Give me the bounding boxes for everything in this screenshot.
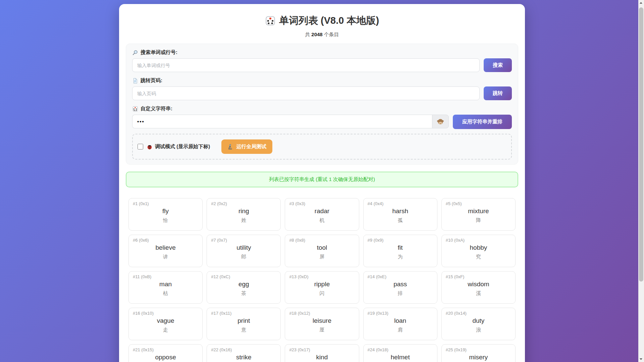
entry-count-prefix: 共 bbox=[305, 32, 311, 37]
apply-string-button[interactable]: 应用字符串并重排 bbox=[453, 115, 512, 129]
word-card-index: #22 (0x16) bbox=[211, 347, 276, 352]
debug-mode-label-text: 调试模式 (显示原始下标) bbox=[155, 143, 210, 150]
scrollbar-up-arrow-icon[interactable] bbox=[638, 0, 644, 5]
entry-count-suffix: 个条目 bbox=[323, 32, 339, 37]
word-card-english: misery bbox=[446, 354, 511, 361]
word-card: #6 (0x6) believe 讲 bbox=[128, 235, 203, 267]
status-message: 列表已按字符串生成 (重试 1 次确保无原始配对) bbox=[269, 176, 375, 182]
page-jump-label-text: 跳转页码: bbox=[141, 77, 162, 84]
word-card-chinese: 姓 bbox=[211, 217, 276, 224]
scrollbar-thumb[interactable] bbox=[639, 7, 643, 282]
page-icon bbox=[132, 78, 138, 84]
word-card: #21 (0x15) oppose bbox=[128, 344, 203, 362]
run-global-test-button[interactable]: 运行全局测试 bbox=[221, 139, 272, 154]
word-card-english: leisure bbox=[289, 317, 355, 324]
run-global-test-label: 运行全局测试 bbox=[236, 143, 266, 150]
word-card-index: #16 (0x10) bbox=[133, 311, 198, 316]
scrollbar-down-arrow-icon[interactable] bbox=[638, 357, 644, 362]
word-card-chinese: 降 bbox=[446, 217, 511, 224]
search-input[interactable] bbox=[132, 58, 480, 72]
word-card-english: helmet bbox=[368, 354, 433, 361]
word-card: #7 (0x7) utility 郎 bbox=[207, 235, 281, 267]
see-no-evil-monkey-icon bbox=[437, 118, 444, 125]
word-card: #20 (0x14) duty 浪 bbox=[441, 308, 516, 340]
word-card-index: #18 (0x12) bbox=[289, 311, 355, 316]
word-card: #14 (0xE) pass 排 bbox=[363, 271, 437, 304]
word-card-chinese: 走 bbox=[133, 327, 198, 333]
word-card-index: #4 (0x4) bbox=[368, 201, 433, 206]
word-card: #16 (0x10) vague 走 bbox=[128, 308, 203, 340]
word-card-index: #8 (0x8) bbox=[289, 238, 355, 243]
word-card-english: tool bbox=[289, 244, 355, 251]
word-card-index: #13 (0xD) bbox=[289, 274, 355, 279]
main-card: 单词列表 (V8.0 本地版) 共 2048 个条目 搜索单词或行号: 搜索 bbox=[119, 4, 525, 362]
word-card-english: wisdom bbox=[446, 281, 511, 288]
word-card-index: #20 (0x14) bbox=[446, 311, 511, 316]
scrollbar[interactable] bbox=[638, 0, 644, 362]
word-card-index: #25 (0x19) bbox=[446, 347, 511, 352]
word-card: #5 (0x5) mixture 降 bbox=[441, 198, 516, 231]
word-card-english: ripple bbox=[289, 281, 355, 288]
dice-icon bbox=[132, 106, 138, 112]
custom-string-input[interactable] bbox=[132, 115, 432, 128]
word-card-chinese: 讲 bbox=[133, 254, 198, 260]
page-number-input[interactable] bbox=[132, 86, 480, 100]
word-card-chinese: 机 bbox=[289, 217, 355, 224]
entry-count-number: 2048 bbox=[311, 32, 322, 37]
controls-panel: 搜索单词或行号: 搜索 跳转页码: 跳转 bbox=[126, 44, 518, 165]
word-card-english: pass bbox=[368, 281, 433, 288]
word-card: #18 (0x12) leisure 厘 bbox=[285, 308, 359, 340]
word-card-index: #14 (0xE) bbox=[368, 274, 433, 279]
page-title-text: 单词列表 (V8.0 本地版) bbox=[279, 14, 379, 27]
custom-string-group bbox=[132, 115, 449, 129]
page-title: 单词列表 (V8.0 本地版) bbox=[126, 14, 518, 27]
word-card-english: strike bbox=[211, 354, 276, 361]
search-icon bbox=[132, 50, 138, 56]
game-die-icon bbox=[265, 15, 276, 26]
word-card-chinese: 溪 bbox=[446, 290, 511, 297]
word-card-chinese: 郎 bbox=[211, 254, 276, 260]
custom-string-label: 自定义字符串: bbox=[132, 106, 512, 112]
word-card: #13 (0xD) ripple 闪 bbox=[285, 271, 359, 304]
word-card-english: man bbox=[133, 281, 198, 288]
microscope-icon bbox=[227, 144, 233, 150]
search-label: 搜索单词或行号: bbox=[132, 49, 512, 56]
word-card-chinese: 究 bbox=[446, 254, 511, 260]
search-button[interactable]: 搜索 bbox=[484, 58, 512, 72]
word-card-english: believe bbox=[133, 244, 198, 251]
word-card-chinese: 肩 bbox=[368, 327, 433, 333]
page-header: 单词列表 (V8.0 本地版) 共 2048 个条目 bbox=[126, 14, 518, 38]
word-card-english: hobby bbox=[446, 244, 511, 251]
word-card: #19 (0x13) loan 肩 bbox=[363, 308, 437, 340]
word-card: #25 (0x19) misery bbox=[441, 344, 516, 362]
word-card-chinese: 孤 bbox=[368, 217, 433, 224]
word-card-chinese: 屏 bbox=[289, 254, 355, 260]
ladybug-icon bbox=[147, 144, 153, 150]
word-card-chinese: 恰 bbox=[133, 217, 198, 224]
word-card-index: #1 (0x1) bbox=[133, 201, 198, 206]
word-card-english: egg bbox=[211, 281, 276, 288]
debug-mode-label[interactable]: 调试模式 (显示原始下标) bbox=[147, 143, 210, 150]
word-card-chinese: 厘 bbox=[289, 327, 355, 333]
word-card-english: kind bbox=[289, 354, 355, 361]
jump-button[interactable]: 跳转 bbox=[484, 86, 512, 100]
word-card: #8 (0x8) tool 屏 bbox=[285, 235, 359, 267]
word-card-english: radar bbox=[289, 207, 355, 215]
word-card-chinese: 浪 bbox=[446, 327, 511, 333]
word-card-index: #24 (0x18) bbox=[368, 347, 433, 352]
word-card: #10 (0xA) hobby 究 bbox=[441, 235, 516, 267]
word-card-index: #21 (0x15) bbox=[133, 347, 198, 352]
word-card-index: #5 (0x5) bbox=[446, 201, 511, 206]
word-card-english: oppose bbox=[133, 354, 198, 361]
search-label-text: 搜索单词或行号: bbox=[141, 49, 177, 56]
debug-mode-checkbox[interactable] bbox=[138, 144, 143, 149]
word-card-index: #11 (0xB) bbox=[133, 274, 198, 279]
custom-string-label-text: 自定义字符串: bbox=[141, 106, 172, 112]
word-card-english: utility bbox=[211, 244, 276, 251]
word-card-index: #6 (0x6) bbox=[133, 238, 198, 243]
reveal-string-button[interactable] bbox=[432, 115, 449, 128]
word-card: #23 (0x17) kind bbox=[285, 344, 359, 362]
word-card-english: harsh bbox=[368, 207, 433, 215]
word-card-chinese: 排 bbox=[368, 290, 433, 297]
debug-section: 调试模式 (显示原始下标) 运行全局测试 bbox=[132, 134, 512, 160]
